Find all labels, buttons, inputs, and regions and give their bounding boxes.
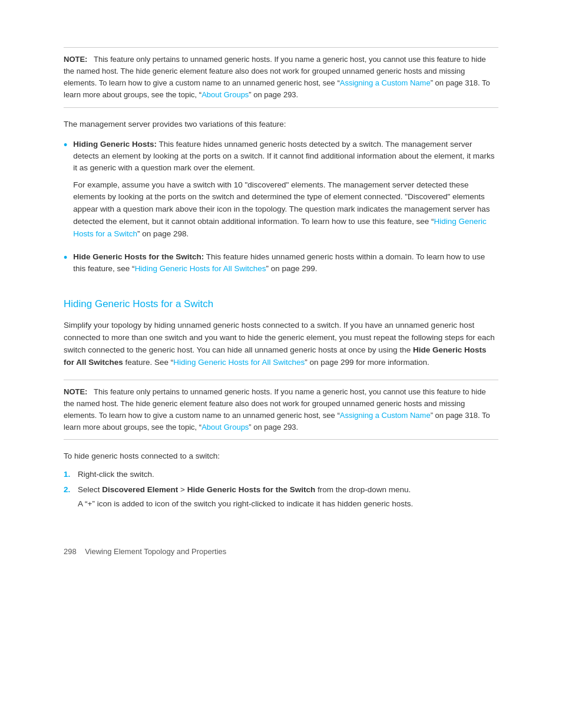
note-box-1: NOTE: This feature only pertains to unna… xyxy=(64,47,498,108)
bullet-1-sub: For example, assume you have a switch wi… xyxy=(73,179,498,241)
step-1-num: 1. xyxy=(64,469,73,480)
page-content: NOTE: This feature only pertains to unna… xyxy=(0,0,562,728)
section-body-final: ” on page 299 for more information. xyxy=(305,358,429,367)
step-2-arrow: > xyxy=(178,485,187,494)
section-link[interactable]: Hiding Generic Hosts for All Switches xyxy=(173,358,305,367)
step-1: 1. Right-click the switch. xyxy=(64,469,498,480)
note-box-2: NOTE: This feature only pertains to unna… xyxy=(64,380,498,440)
footer: 298 Viewing Element Topology and Propert… xyxy=(64,546,498,558)
step-2-content: Select Discovered Element > Hide Generic… xyxy=(78,484,498,510)
note-2-link1[interactable]: Assigning a Custom Name xyxy=(340,411,431,420)
bullet-dot-1: • xyxy=(64,137,67,153)
bullet-dot-2: • xyxy=(64,250,67,266)
bullet-2-link[interactable]: Hiding Generic Hosts for All Switches xyxy=(135,264,266,273)
section-body: Simplify your topology by hiding unnamed… xyxy=(64,319,498,369)
bullet-1-sub-text: For example, assume you have a switch wi… xyxy=(73,180,490,226)
intro-paragraph: The management server provides two varia… xyxy=(64,118,498,130)
note-2-link2[interactable]: About Groups xyxy=(201,423,249,431)
steps-list: 1. Right-click the switch. 2. Select Dis… xyxy=(64,469,498,510)
step-1-text: Right-click the switch. xyxy=(78,470,154,479)
bullet-2-text: Hide Generic Hosts for the Switch: This … xyxy=(73,251,498,275)
step-2-bold1: Discovered Element xyxy=(102,485,178,494)
note-1-text: NOTE: This feature only pertains to unna… xyxy=(64,54,498,101)
note-2-text: NOTE: This feature only pertains to unna… xyxy=(64,386,498,434)
note-1-link2[interactable]: About Groups xyxy=(201,90,249,99)
step-1-content: Right-click the switch. xyxy=(78,469,498,480)
section-heading: Hiding Generic Hosts for a Switch xyxy=(64,297,498,312)
bullet-1-sub-end: ” on page 298. xyxy=(137,229,189,238)
bullet-2-bold: Hide Generic Hosts for the Switch: xyxy=(73,252,204,261)
feature-list: • Hiding Generic Hosts: This feature hid… xyxy=(64,139,498,280)
section-body-mid: feature. See “ xyxy=(123,358,174,367)
note-1-link1[interactable]: Assigning a Custom Name xyxy=(340,78,431,87)
note-1-end: ” on page 293. xyxy=(249,90,298,99)
step-2-end: from the drop-down menu. xyxy=(315,485,411,494)
bullet-1-bold: Hiding Generic Hosts: xyxy=(73,140,157,149)
section-body-text: Simplify your topology by hiding unnamed… xyxy=(64,319,498,369)
steps-intro: To hide generic hosts connected to a swi… xyxy=(64,450,498,462)
step-2-sub: A “+” icon is added to icon of the switc… xyxy=(78,498,498,510)
bullet-1-text: Hiding Generic Hosts: This feature hides… xyxy=(73,139,498,174)
list-item-1: • Hiding Generic Hosts: This feature hid… xyxy=(64,139,498,245)
step-2-bold2: Hide Generic Hosts for the Switch xyxy=(187,485,316,494)
footer-text: Viewing Element Topology and Properties xyxy=(85,547,226,556)
bullet-content-2: Hide Generic Hosts for the Switch: This … xyxy=(73,251,498,280)
note-2-label: NOTE: xyxy=(64,387,87,396)
step-2: 2. Select Discovered Element > Hide Gene… xyxy=(64,484,498,510)
note-1-label: NOTE: xyxy=(64,55,87,64)
step-2-num: 2. xyxy=(64,484,73,496)
step-2-text: Select Discovered Element > Hide Generic… xyxy=(78,485,411,494)
footer-page-num: 298 xyxy=(64,547,77,556)
note-2-end: ” on page 293. xyxy=(249,423,298,431)
bullet-2-end: ” on page 299. xyxy=(266,264,317,273)
bullet-content-1: Hiding Generic Hosts: This feature hides… xyxy=(73,139,498,245)
list-item-2: • Hide Generic Hosts for the Switch: Thi… xyxy=(64,251,498,280)
